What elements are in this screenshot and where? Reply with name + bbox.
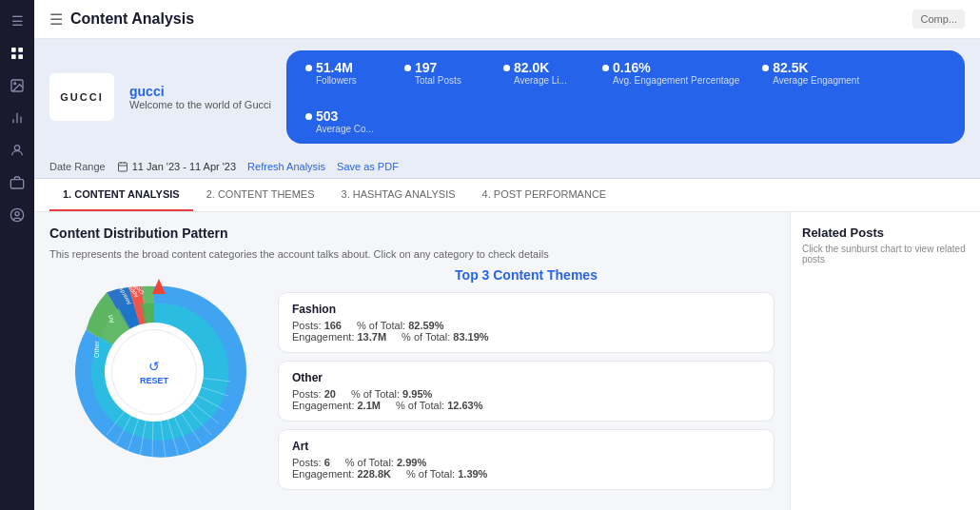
engagement-label-art: Engagement: 228.8K bbox=[292, 468, 391, 480]
sidebar-briefcase-icon[interactable] bbox=[4, 169, 30, 196]
stat-dot-5 bbox=[762, 65, 769, 71]
theme-card-fashion[interactable]: Fashion Posts: 166 % of Total: 82.59% En… bbox=[278, 292, 774, 353]
posts-label-other: Posts: 20 bbox=[292, 388, 336, 400]
sidebar: ☰ bbox=[0, 0, 34, 510]
sidebar-home-icon[interactable] bbox=[4, 40, 30, 67]
theme-name-art: Art bbox=[292, 440, 760, 453]
tab-post-performance[interactable]: 4. POST PERFORMANCE bbox=[469, 179, 620, 211]
theme-row-fashion-posts: Posts: 166 % of Total: 82.59% bbox=[292, 320, 760, 331]
theme-row-art-engagement: Engagement: 228.8K % of Total: 1.39% bbox=[292, 468, 760, 480]
stat-dot-4 bbox=[602, 65, 609, 71]
header: ☰ Content Analysis Comp... bbox=[34, 0, 980, 39]
related-posts-description: Click the sunburst chart to view related… bbox=[802, 244, 969, 265]
donut-chart-container[interactable]: Fashion Other Art Awards Apparel Clothin… bbox=[49, 267, 259, 477]
engagement-pct-label-other: % of Total: 12.63% bbox=[396, 400, 483, 411]
stat-dot bbox=[305, 65, 312, 71]
sidebar-user-icon[interactable] bbox=[4, 137, 30, 164]
reset-button[interactable]: ↺ RESET bbox=[111, 329, 197, 415]
date-range-bar: Date Range 11 Jan '23 - 11 Apr '23 Refre… bbox=[34, 155, 980, 179]
stats-card: 51.4M Followers 197 Total Posts 82.0K Av… bbox=[286, 50, 965, 144]
left-panel: Content Distribution Pattern This repres… bbox=[34, 212, 790, 510]
profile-description: Welcome to the world of Gucci bbox=[129, 99, 271, 110]
theme-name-other: Other bbox=[292, 371, 760, 384]
brand-logo: GUCCI bbox=[49, 73, 114, 121]
stat-avg-engagement-pct: 0.16% Avg. Engagement Percentage bbox=[602, 60, 739, 86]
page-title: Content Analysis bbox=[70, 10, 194, 28]
header-menu-icon[interactable]: ☰ bbox=[49, 10, 63, 29]
engagement-pct-label-art: % of Total: 1.39% bbox=[406, 468, 487, 480]
tabs-bar: 1. CONTENT ANALYSIS 2. CONTENT THEMES 3.… bbox=[34, 179, 980, 212]
related-posts-title: Related Posts bbox=[802, 226, 969, 240]
svg-point-9 bbox=[14, 146, 19, 150]
tab-content-analysis[interactable]: 1. CONTENT ANALYSIS bbox=[49, 179, 193, 211]
theme-card-other[interactable]: Other Posts: 20 % of Total: 9.95% Engage… bbox=[278, 361, 774, 422]
svg-rect-2 bbox=[11, 54, 16, 59]
posts-label-art: Posts: 6 bbox=[292, 457, 330, 468]
svg-rect-0 bbox=[11, 48, 16, 52]
stat-avg-engagement: 82.5K Average Engagment bbox=[762, 60, 859, 86]
posts-pct-label-art: % of Total: 2.99% bbox=[345, 457, 426, 468]
profile-section: GUCCI gucci Welcome to the world of Gucc… bbox=[34, 39, 980, 155]
tab-hashtag-analysis[interactable]: 3. HASHTAG ANALYSIS bbox=[328, 179, 469, 211]
svg-rect-10 bbox=[10, 180, 23, 188]
theme-row-art-posts: Posts: 6 % of Total: 2.99% bbox=[292, 457, 760, 468]
sidebar-person-icon[interactable] bbox=[4, 202, 30, 228]
date-range-value: 11 Jan '23 - 11 Apr '23 bbox=[117, 161, 236, 172]
theme-card-art[interactable]: Art Posts: 6 % of Total: 2.99% Engagemen… bbox=[278, 429, 774, 490]
save-pdf-link[interactable]: Save as PDF bbox=[337, 161, 399, 172]
compare-button[interactable]: Comp... bbox=[912, 10, 965, 29]
engagement-pct-label: % of Total: 83.19% bbox=[402, 331, 489, 343]
reset-icon: ↺ bbox=[148, 359, 160, 374]
svg-point-5 bbox=[14, 83, 16, 85]
right-panel: Related Posts Click the sunburst chart t… bbox=[790, 212, 980, 510]
stat-total-posts: 197 Total Posts bbox=[404, 60, 480, 86]
stat-dot-2 bbox=[404, 65, 411, 71]
stat-followers: 51.4M Followers bbox=[305, 60, 382, 86]
posts-pct-label-other: % of Total: 9.95% bbox=[351, 388, 432, 400]
theme-name-fashion: Fashion bbox=[292, 303, 760, 316]
stat-dot-3 bbox=[503, 65, 510, 71]
posts-label: Posts: 166 bbox=[292, 320, 342, 331]
stat-dot-6 bbox=[305, 113, 312, 120]
sidebar-menu-icon[interactable]: ☰ bbox=[4, 8, 30, 34]
stat-avg-comments: 503 Average Co... bbox=[305, 108, 382, 134]
themes-panel: Top 3 Content Themes Fashion Posts: 166 … bbox=[278, 267, 774, 498]
profile-info: gucci Welcome to the world of Gucci bbox=[129, 84, 271, 110]
sidebar-chart-icon[interactable] bbox=[4, 105, 30, 131]
svg-rect-3 bbox=[18, 54, 23, 59]
refresh-analysis-link[interactable]: Refresh Analysis bbox=[247, 161, 325, 172]
theme-row-other-posts: Posts: 20 % of Total: 9.95% bbox=[292, 388, 760, 400]
svg-point-12 bbox=[15, 212, 19, 216]
main-content: ☰ Content Analysis Comp... GUCCI gucci W… bbox=[34, 0, 980, 510]
chart-area: Fashion Other Art Awards Apparel Clothin… bbox=[49, 267, 774, 498]
engagement-label: Engagement: 13.7M bbox=[292, 331, 386, 343]
distribution-description: This represents the broad content catego… bbox=[49, 248, 774, 260]
posts-pct-label: % of Total: 82.59% bbox=[357, 320, 444, 331]
profile-name: gucci bbox=[129, 84, 271, 99]
tab-content-themes[interactable]: 2. CONTENT THEMES bbox=[193, 179, 328, 211]
theme-row-other-engagement: Engagement: 2.1M % of Total: 12.63% bbox=[292, 400, 760, 411]
themes-title: Top 3 Content Themes bbox=[278, 267, 774, 283]
other-label: Other bbox=[93, 341, 100, 358]
distribution-title: Content Distribution Pattern bbox=[49, 226, 774, 241]
stat-avg-likes: 82.0K Average Li... bbox=[503, 60, 579, 86]
engagement-label-other: Engagement: 2.1M bbox=[292, 400, 381, 411]
content-body: Content Distribution Pattern This repres… bbox=[34, 212, 980, 510]
theme-row-fashion-engagement: Engagement: 13.7M % of Total: 83.19% bbox=[292, 331, 760, 343]
svg-rect-1 bbox=[18, 48, 23, 52]
reset-label: RESET bbox=[140, 376, 168, 385]
svg-rect-13 bbox=[118, 163, 127, 171]
calendar-icon bbox=[117, 161, 128, 172]
sidebar-photo-icon[interactable] bbox=[4, 72, 30, 99]
